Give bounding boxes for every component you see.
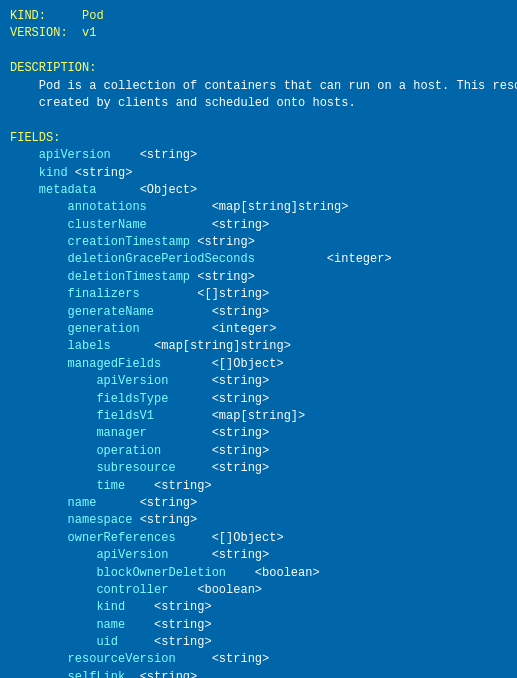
terminal-line: name <string> bbox=[10, 495, 507, 512]
terminal-line: fieldsV1 <map[string]> bbox=[10, 408, 507, 425]
terminal-line: ownerReferences <[]Object> bbox=[10, 530, 507, 547]
terminal-line: kind <string> bbox=[10, 165, 507, 182]
terminal-line: uid <string> bbox=[10, 634, 507, 651]
terminal-line: fieldsType <string> bbox=[10, 391, 507, 408]
terminal-line: created by clients and scheduled onto ho… bbox=[10, 95, 507, 112]
terminal-line: selfLink <string> bbox=[10, 669, 507, 678]
terminal-line: subresource <string> bbox=[10, 460, 507, 477]
terminal-line: blockOwnerDeletion <boolean> bbox=[10, 565, 507, 582]
terminal-line: VERSION: v1 bbox=[10, 25, 507, 42]
terminal-line: clusterName <string> bbox=[10, 217, 507, 234]
terminal-line: namespace <string> bbox=[10, 512, 507, 529]
terminal-line: time <string> bbox=[10, 478, 507, 495]
terminal-line: name <string> bbox=[10, 617, 507, 634]
terminal-line bbox=[10, 43, 507, 60]
terminal-line: KIND: Pod bbox=[10, 8, 507, 25]
terminal-line: generation <integer> bbox=[10, 321, 507, 338]
terminal-line: generateName <string> bbox=[10, 304, 507, 321]
terminal-line bbox=[10, 112, 507, 129]
terminal-line: apiVersion <string> bbox=[10, 373, 507, 390]
terminal-output: KIND: PodVERSION: v1 DESCRIPTION: Pod is… bbox=[10, 8, 507, 678]
terminal-line: labels <map[string]string> bbox=[10, 338, 507, 355]
terminal-line: annotations <map[string]string> bbox=[10, 199, 507, 216]
terminal-line: creationTimestamp <string> bbox=[10, 234, 507, 251]
terminal-line: kind <string> bbox=[10, 599, 507, 616]
terminal-line: resourceVersion <string> bbox=[10, 651, 507, 668]
terminal-line: manager <string> bbox=[10, 425, 507, 442]
terminal-line: managedFields <[]Object> bbox=[10, 356, 507, 373]
terminal-line: deletionGracePeriodSeconds <integer> bbox=[10, 251, 507, 268]
terminal-line: deletionTimestamp <string> bbox=[10, 269, 507, 286]
terminal-line: operation <string> bbox=[10, 443, 507, 460]
terminal-line: controller <boolean> bbox=[10, 582, 507, 599]
terminal-line: apiVersion <string> bbox=[10, 547, 507, 564]
terminal-line: finalizers <[]string> bbox=[10, 286, 507, 303]
terminal-line: metadata <Object> bbox=[10, 182, 507, 199]
terminal-line: DESCRIPTION: bbox=[10, 60, 507, 77]
terminal-line: Pod is a collection of containers that c… bbox=[10, 78, 507, 95]
terminal-line: apiVersion <string> bbox=[10, 147, 507, 164]
terminal-line: FIELDS: bbox=[10, 130, 507, 147]
